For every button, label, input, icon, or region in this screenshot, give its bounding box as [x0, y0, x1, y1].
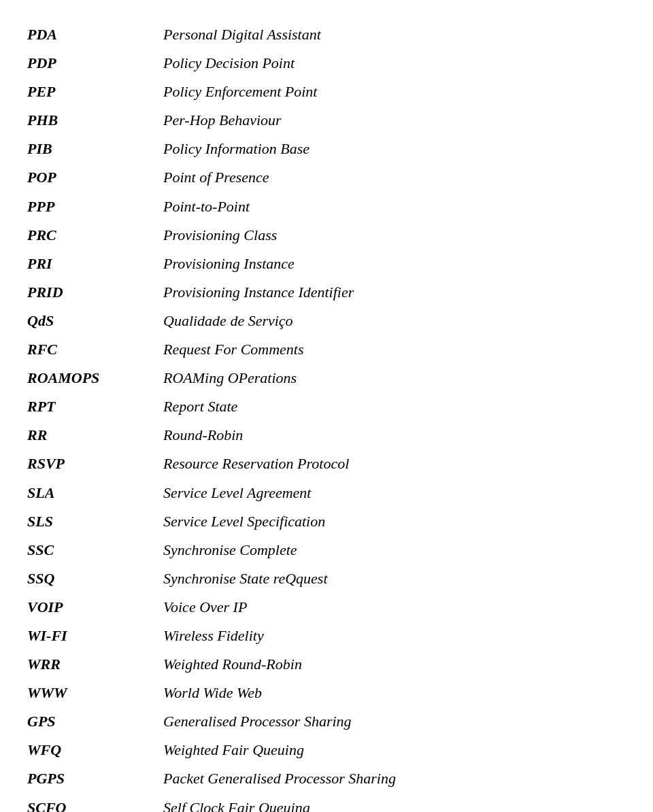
definition: Policy Enforcement Point [163, 78, 626, 106]
definition: Voice Over IP [163, 593, 626, 622]
table-row: PRCProvisioning Class [27, 221, 626, 250]
definition: Synchronise Complete [163, 536, 626, 564]
definition: Service Level Agreement [163, 479, 626, 507]
table-row: WFQWeighted Fair Queuing [27, 736, 626, 764]
abbreviation: SSC [27, 536, 163, 564]
table-row: SLAService Level Agreement [27, 479, 626, 507]
definition: Resource Reservation Protocol [163, 450, 626, 478]
abbreviation: PGPS [27, 764, 163, 793]
abbreviation: RFC [27, 335, 163, 364]
table-row: SLSService Level Specification [27, 507, 626, 536]
table-row: PGPSPacket Generalised Processor Sharing [27, 764, 626, 793]
table-row: RSVPResource Reservation Protocol [27, 450, 626, 478]
table-row: WI-FIWireless Fidelity [27, 622, 626, 650]
definition: Personal Digital Assistant [163, 20, 626, 49]
abbreviation: PIB [27, 135, 163, 163]
definition: Provisioning Instance [163, 250, 626, 278]
abbreviation: RR [27, 421, 163, 450]
definition: Synchronise State reQquest [163, 564, 626, 593]
table-row: PHBPer-Hop Behaviour [27, 106, 626, 135]
table-row: SSQSynchronise State reQquest [27, 564, 626, 593]
definition: Self Clock Fair Queuing [163, 794, 626, 812]
abbreviation: SSQ [27, 564, 163, 593]
table-row: PIBPolicy Information Base [27, 135, 626, 163]
definition: Wireless Fidelity [163, 622, 626, 650]
table-row: POPPoint of Presence [27, 163, 626, 192]
definition: Weighted Fair Queuing [163, 736, 626, 764]
definition: Policy Information Base [163, 135, 626, 163]
table-row: RPTReport State [27, 392, 626, 421]
abbreviation: ROAMOPS [27, 364, 163, 392]
abbreviation: PRC [27, 221, 163, 250]
table-row: PRIDProvisioning Instance Identifier [27, 278, 626, 307]
definition: World Wide Web [163, 679, 626, 707]
table-row: PDPPolicy Decision Point [27, 49, 626, 78]
abbreviation: WWW [27, 679, 163, 707]
abbreviation: SCFO [27, 794, 163, 812]
abbreviation: PDA [27, 20, 163, 49]
definition: Weighted Round-Robin [163, 650, 626, 679]
table-row: VOIPVoice Over IP [27, 593, 626, 622]
table-row: SSCSynchronise Complete [27, 536, 626, 564]
abbreviation: WFQ [27, 736, 163, 764]
definition: Point-to-Point [163, 192, 626, 221]
definition: ROAMing OPerations [163, 364, 626, 392]
abbreviation: WI-FI [27, 622, 163, 650]
table-row: PDAPersonal Digital Assistant [27, 20, 626, 49]
abbreviation: PPP [27, 192, 163, 221]
definition: Policy Decision Point [163, 49, 626, 78]
table-row: PRIProvisioning Instance [27, 250, 626, 278]
abbreviation: QdS [27, 307, 163, 335]
definition: Report State [163, 392, 626, 421]
definition: Qualidade de Serviço [163, 307, 626, 335]
definition: Provisioning Class [163, 221, 626, 250]
definition: Generalised Processor Sharing [163, 707, 626, 736]
abbreviation: PRID [27, 278, 163, 307]
definition: Point of Presence [163, 163, 626, 192]
table-row: WRRWeighted Round-Robin [27, 650, 626, 679]
table-row: SCFOSelf Clock Fair Queuing [27, 794, 626, 812]
abbreviation: VOIP [27, 593, 163, 622]
abbreviation: GPS [27, 707, 163, 736]
abbreviation: PRI [27, 250, 163, 278]
definition: Provisioning Instance Identifier [163, 278, 626, 307]
abbreviation: PEP [27, 78, 163, 106]
table-row: QdSQualidade de Serviço [27, 307, 626, 335]
abbreviation: RSVP [27, 450, 163, 478]
table-row: PPPPoint-to-Point [27, 192, 626, 221]
table-row: RFCRequest For Comments [27, 335, 626, 364]
abbreviation: RPT [27, 392, 163, 421]
definition: Request For Comments [163, 335, 626, 364]
definition: Packet Generalised Processor Sharing [163, 764, 626, 793]
abbreviation: SLS [27, 507, 163, 536]
abbreviation: POP [27, 163, 163, 192]
table-row: RRRound-Robin [27, 421, 626, 450]
definition: Round-Robin [163, 421, 626, 450]
abbreviation: PDP [27, 49, 163, 78]
definition: Service Level Specification [163, 507, 626, 536]
abbreviation: PHB [27, 106, 163, 135]
abbreviation: SLA [27, 479, 163, 507]
acronym-table: PDAPersonal Digital AssistantPDPPolicy D… [27, 20, 626, 812]
table-row: WWWWorld Wide Web [27, 679, 626, 707]
table-row: ROAMOPSROAMing OPerations [27, 364, 626, 392]
table-row: PEPPolicy Enforcement Point [27, 78, 626, 106]
definition: Per-Hop Behaviour [163, 106, 626, 135]
table-row: GPSGeneralised Processor Sharing [27, 707, 626, 736]
abbreviation: WRR [27, 650, 163, 679]
